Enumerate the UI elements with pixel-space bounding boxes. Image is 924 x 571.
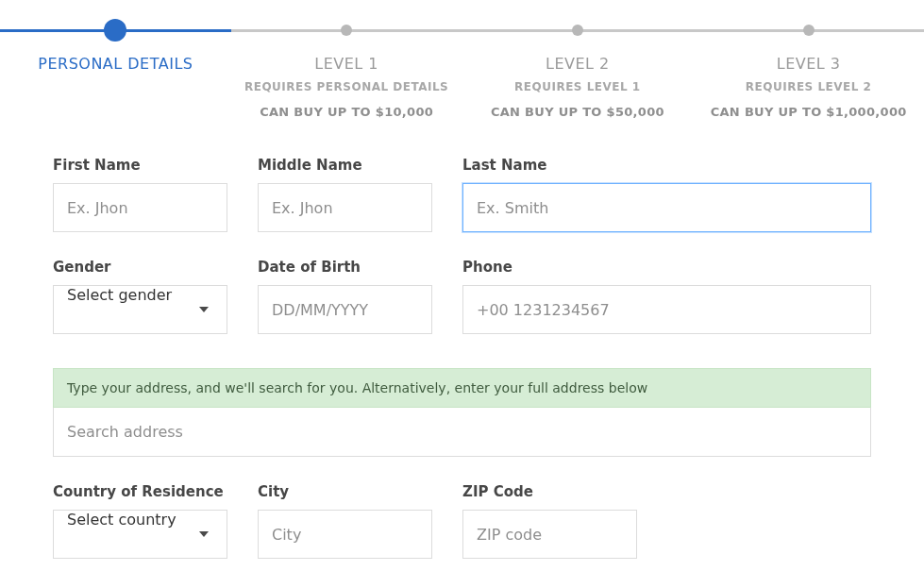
- step-subtitle: REQUIRES PERSONAL DETAILS: [231, 80, 462, 93]
- city-input[interactable]: [258, 510, 432, 559]
- phone-label: Phone: [462, 259, 871, 276]
- step-dot-icon: [803, 25, 815, 36]
- field-middle-name: Middle Name: [258, 157, 432, 232]
- address-search-input[interactable]: [53, 408, 871, 457]
- step-limit: CAN BUY UP TO $50,000: [462, 105, 694, 119]
- personal-details-form: First Name Middle Name Last Name Gender …: [0, 147, 924, 571]
- step-title: LEVEL 1: [231, 55, 462, 73]
- last-name-input[interactable]: [462, 183, 871, 232]
- zip-label: ZIP Code: [462, 483, 637, 500]
- gender-label: Gender: [53, 259, 227, 276]
- address-hint: Type your address, and we'll search for …: [53, 368, 871, 408]
- field-dob: Date of Birth: [258, 259, 432, 334]
- field-phone: Phone: [462, 259, 871, 334]
- step-title: LEVEL 3: [693, 55, 924, 73]
- step-level-2[interactable]: LEVEL 2 REQUIRES LEVEL 1 CAN BUY UP TO $…: [462, 19, 694, 119]
- progress-stepper: PERSONAL DETAILS LEVEL 1 REQUIRES PERSON…: [0, 0, 924, 147]
- country-label: Country of Residence: [53, 483, 227, 500]
- last-name-label: Last Name: [462, 157, 871, 174]
- step-subtitle: REQUIRES LEVEL 1: [462, 80, 694, 93]
- field-city: City: [258, 483, 432, 559]
- field-last-name: Last Name: [462, 157, 871, 232]
- first-name-label: First Name: [53, 157, 227, 174]
- step-level-1[interactable]: LEVEL 1 REQUIRES PERSONAL DETAILS CAN BU…: [231, 19, 462, 119]
- dob-label: Date of Birth: [258, 259, 432, 276]
- field-gender: Gender Select gender: [53, 259, 227, 334]
- first-name-input[interactable]: [53, 183, 227, 232]
- gender-select[interactable]: Select gender: [53, 285, 227, 334]
- step-limit: CAN BUY UP TO $10,000: [231, 105, 462, 119]
- step-title: PERSONAL DETAILS: [0, 55, 231, 73]
- country-select[interactable]: Select country: [53, 510, 227, 559]
- middle-name-label: Middle Name: [258, 157, 432, 174]
- dob-input[interactable]: [258, 285, 432, 334]
- field-first-name: First Name: [53, 157, 227, 232]
- field-country: Country of Residence Select country: [53, 483, 227, 559]
- zip-input[interactable]: [462, 510, 637, 559]
- step-limit: CAN BUY UP TO $1,000,000: [693, 105, 924, 119]
- step-level-3[interactable]: LEVEL 3 REQUIRES LEVEL 2 CAN BUY UP TO $…: [693, 19, 924, 119]
- step-dot-icon: [104, 19, 126, 42]
- step-dot-icon: [341, 25, 352, 36]
- city-label: City: [258, 483, 432, 500]
- step-title: LEVEL 2: [462, 55, 694, 73]
- step-subtitle: REQUIRES LEVEL 2: [693, 80, 924, 93]
- step-personal-details[interactable]: PERSONAL DETAILS: [0, 19, 231, 73]
- field-zip: ZIP Code: [462, 483, 637, 559]
- phone-input[interactable]: [462, 285, 871, 334]
- step-dot-icon: [572, 25, 583, 36]
- middle-name-input[interactable]: [258, 183, 432, 232]
